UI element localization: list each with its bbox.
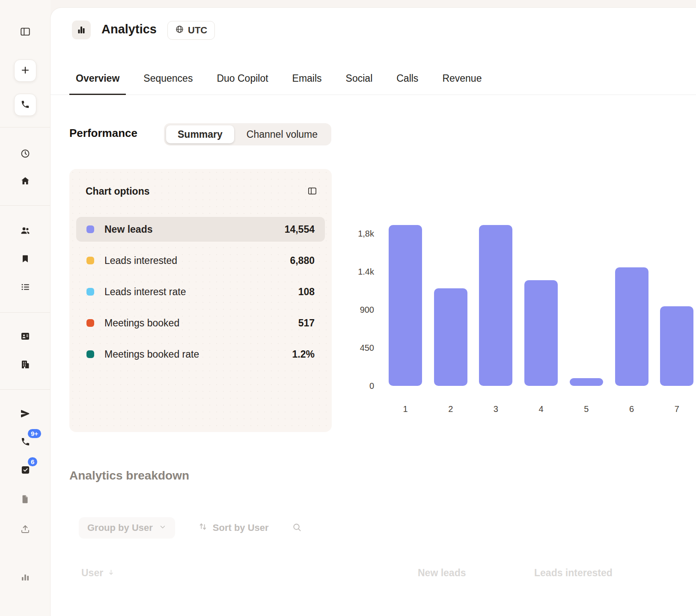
column-label: User (81, 567, 103, 579)
contacts-button[interactable] (16, 327, 35, 346)
bar-3[interactable] (479, 225, 512, 386)
chevron-down-icon (159, 522, 167, 533)
column-header-user[interactable]: User (81, 567, 115, 579)
create-new-button[interactable] (14, 59, 36, 82)
collapse-panel-button[interactable] (307, 186, 317, 197)
metric-value: 517 (298, 317, 315, 329)
bar-chart-icon (20, 572, 30, 583)
segment-summary[interactable]: Summary (166, 125, 234, 143)
contact-card-icon (20, 331, 30, 343)
group-by-dropdown[interactable]: Group by User (79, 517, 175, 539)
tasks-count-badge: 6 (27, 456, 38, 467)
tasks-button[interactable]: 6 (16, 461, 35, 480)
column-label: Leads interested (534, 567, 613, 579)
sidebar-divider (0, 127, 51, 127)
metric-value: 14,554 (285, 224, 315, 235)
dialer-button[interactable] (14, 94, 36, 116)
app-root: 9+ 6 Ana (0, 0, 696, 616)
breakdown-heading: Analytics breakdown (69, 469, 189, 483)
sidebar-collapse-button[interactable] (16, 23, 35, 41)
saved-button[interactable] (16, 250, 35, 269)
clock-icon (20, 148, 30, 160)
x-tick-label: 2 (440, 403, 461, 415)
chart-y-axis: 04509001.4k1,8k (340, 218, 374, 386)
bar-6[interactable] (615, 267, 648, 386)
sequences-button[interactable] (16, 405, 35, 424)
metric-color-dot (86, 319, 94, 327)
tab-duo-copilot[interactable]: Duo Copilot (210, 63, 274, 95)
column-header-leads-interested[interactable]: Leads interested (534, 567, 613, 579)
timezone-button[interactable]: UTC (167, 21, 215, 40)
metric-row-leads-interested[interactable]: Leads interested 6,880 (76, 248, 325, 273)
check-square-icon (21, 465, 30, 476)
phone-icon (21, 437, 30, 448)
x-tick-label: 6 (621, 403, 642, 415)
metric-label: Leads interested (104, 255, 290, 267)
metric-row-meetings-booked[interactable]: Meetings booked 517 (76, 311, 325, 335)
upload-icon (20, 524, 30, 536)
recents-button[interactable] (16, 145, 35, 163)
lists-button[interactable] (16, 278, 35, 297)
group-by-label: Group by User (87, 522, 153, 533)
phone-icon (21, 100, 30, 110)
metric-value: 1.2% (292, 349, 315, 360)
arrow-down-icon (107, 567, 115, 579)
bar-1[interactable] (389, 225, 422, 386)
timezone-label: UTC (188, 25, 207, 36)
bar-7[interactable] (660, 306, 693, 386)
companies-button[interactable] (16, 355, 35, 374)
sidebar-divider (0, 205, 51, 206)
x-tick-label: 5 (576, 403, 597, 415)
search-button[interactable] (292, 522, 302, 533)
tab-calls[interactable]: Calls (390, 63, 425, 95)
tab-sequences[interactable]: Sequences (137, 63, 199, 95)
segment-channel-volume[interactable]: Channel volume (235, 125, 329, 143)
building-icon (20, 359, 30, 371)
chart-options-title: Chart options (86, 186, 150, 197)
home-button[interactable] (16, 172, 35, 191)
calls-button[interactable]: 9+ (16, 433, 35, 452)
y-tick-label: 0 (340, 380, 374, 391)
sort-by-button[interactable]: Sort by User (198, 522, 269, 534)
view-segmented-control: Summary Channel volume (164, 123, 331, 145)
tab-emails[interactable]: Emails (286, 63, 328, 95)
tab-bar: Overview Sequences Duo Copilot Emails So… (69, 63, 488, 95)
metric-color-dot (86, 257, 94, 264)
globe-icon (175, 25, 184, 36)
analytics-nav-button[interactable] (16, 568, 35, 587)
sort-by-label: Sort by User (213, 522, 269, 533)
bar-2[interactable] (434, 288, 467, 386)
y-tick-label: 1,8k (340, 228, 374, 239)
chart-options-panel: Chart options New leads 14,554 Leads int… (69, 169, 332, 432)
metric-label: New leads (104, 224, 285, 235)
x-tick-label: 7 (666, 403, 687, 415)
sidebar-divider (0, 312, 51, 313)
import-button[interactable] (16, 520, 35, 539)
metric-color-dot (86, 225, 94, 233)
metric-row-new-leads[interactable]: New leads 14,554 (76, 217, 325, 242)
page-header: Analytics UTC Overview Sequences Duo Cop… (51, 8, 696, 95)
bar-5[interactable] (570, 378, 603, 386)
home-icon (20, 176, 30, 187)
plus-icon (20, 65, 30, 77)
sort-arrows-icon (198, 522, 208, 534)
column-label: New leads (418, 567, 466, 579)
performance-heading: Performance (69, 127, 137, 140)
metric-row-meetings-booked-rate[interactable]: Meetings booked rate 1.2% (76, 342, 325, 367)
list-icon (20, 282, 30, 293)
people-button[interactable] (16, 222, 35, 240)
bar-4[interactable] (524, 280, 558, 386)
tab-overview[interactable]: Overview (69, 63, 126, 95)
send-icon (20, 409, 30, 420)
sidebar: 9+ 6 (0, 0, 51, 616)
breakdown-table-header: User New leads Leads interested (51, 567, 696, 582)
tab-social[interactable]: Social (339, 63, 379, 95)
metric-color-dot (86, 288, 94, 296)
tab-revenue[interactable]: Revenue (436, 63, 488, 95)
metric-row-leads-interest-rate[interactable]: Leads interest rate 108 (76, 279, 325, 304)
column-header-new-leads[interactable]: New leads (418, 567, 466, 579)
search-icon (292, 522, 302, 533)
calls-count-badge: 9+ (27, 428, 42, 439)
x-tick-label: 1 (395, 403, 416, 415)
notes-button[interactable] (16, 490, 35, 509)
